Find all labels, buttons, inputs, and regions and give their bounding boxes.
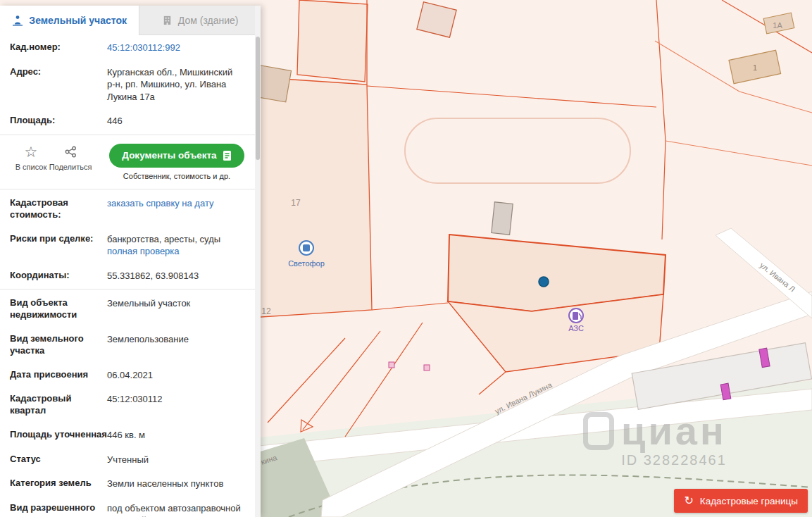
area-row: Площадь: 446 (0, 108, 261, 133)
field-label: Адрес: (10, 66, 107, 104)
gas-station-poi[interactable]: АЗС (568, 309, 584, 332)
cadastral-number-link[interactable]: 45:12:030112:992 (107, 42, 251, 54)
risks-value-block: банкротства, аресты, суды полная проверк… (107, 233, 251, 258)
map-marker-dot[interactable] (539, 277, 549, 287)
field-label: Кадастровый квартал (10, 393, 107, 417)
cadastral-borders-button[interactable]: ↻ Кадастровые границы (674, 489, 808, 513)
cadastral-borders-label: Кадастровые границы (700, 496, 798, 506)
field-label: Вид земельного участка (10, 333, 107, 357)
field-label: Координаты: (10, 270, 107, 282)
share-icon (65, 144, 77, 161)
small-pink-building-1 (389, 362, 394, 368)
gas-label[interactable]: АЗС (568, 324, 584, 332)
cadastral-block-value: 45:12:030112 (107, 393, 251, 417)
object-documents-label: Документы объекта (122, 150, 216, 161)
building-gray (492, 202, 513, 235)
field-label: Категория земель (10, 478, 107, 490)
deal-risks-row: Риски при сделке: банкротства, аресты, с… (0, 227, 261, 263)
area-value: 446 (107, 115, 251, 127)
permitted-use-row: Вид разрешенного использования под объек… (0, 496, 261, 517)
status-value: Учтенный (107, 454, 251, 466)
parcel-topleft[interactable] (297, 0, 368, 82)
cadastral-block-row: Кадастровый квартал 45:12:030112 (0, 387, 261, 423)
field-label: Кад.номер: (10, 42, 107, 54)
refined-area-value: 446 кв. м (107, 429, 251, 442)
cadastral-number-row: Кад.номер: 45:12:030112:992 (0, 35, 261, 60)
assignment-date-value: 06.04.2021 (107, 369, 251, 382)
full-check-link[interactable]: полная проверка (107, 246, 180, 256)
actions-row: ☆ В список Поделиться Документы объекта (0, 137, 261, 187)
refresh-icon: ↻ (684, 495, 693, 506)
refined-area-row: Площадь уточненная 446 кв. м (0, 423, 261, 447)
coordinates-row: Координаты: 55.331862, 63.908143 (0, 263, 261, 288)
store-icon (303, 244, 310, 251)
address-value: Курганская обл., Мишкинский р-н, рп. Миш… (107, 66, 251, 104)
add-to-list-button[interactable]: ☆ В список (11, 144, 51, 171)
coordinates-value: 55.331862, 63.908143 (107, 270, 251, 282)
tab-land-parcel[interactable]: Земельный участок (0, 6, 139, 35)
documents-column: Документы объекта Собственник, стоимость… (100, 144, 254, 180)
tab-house[interactable]: Дом (здание) (139, 6, 261, 35)
divider (0, 189, 261, 189)
parcel-12-label: 12 (261, 306, 271, 316)
land-type-value: Землепользование (107, 333, 251, 357)
field-label: Статус (10, 454, 107, 466)
field-label: Дата присвоения (10, 369, 107, 382)
order-valuation-link[interactable]: заказать справку на дату (107, 197, 251, 221)
divider (0, 135, 261, 135)
land-type-row: Вид земельного участка Землепользование (0, 327, 261, 363)
app-window: 17 12 1 1А ул. Ивана Лукина ул. Ивана Л … (0, 0, 812, 517)
documents-caption: Собственник, стоимость и др. (123, 172, 230, 180)
object-type-value: Земельный участок (107, 297, 251, 321)
panel-scrollbar[interactable] (255, 6, 261, 517)
parcel-17-label: 17 (291, 198, 301, 208)
object-type-row: Вид объекта недвижимости Земельный участ… (0, 291, 261, 327)
document-icon (223, 150, 232, 161)
field-label: Риски при сделке: (10, 233, 107, 258)
tab-land-parcel-label: Земельный участок (29, 15, 127, 26)
share-label: Поделиться (49, 163, 92, 171)
scrollbar-thumb[interactable] (256, 37, 260, 160)
field-label: Площадь: (10, 115, 107, 127)
share-button[interactable]: Поделиться (51, 144, 90, 171)
star-icon: ☆ (25, 144, 38, 161)
building-icon (162, 15, 173, 25)
risks-value: банкротства, аресты, суды (107, 234, 220, 244)
fuel-pump-icon (573, 312, 578, 320)
field-label: Вид разрешенного использования (10, 502, 107, 517)
land-category-row: Категория земель Земли населенных пункто… (0, 471, 261, 496)
small-pink-building-2 (424, 365, 430, 370)
object-documents-button[interactable]: Документы объекта (109, 144, 244, 168)
panel-tabs: Земельный участок Дом (здание) (0, 6, 261, 35)
permitted-use-value: под объектом автозаправочной станцией (107, 502, 251, 517)
building-1-label: 1 (753, 63, 757, 72)
field-label: Вид объекта недвижимости (10, 297, 107, 321)
cadastral-value-row: Кадастровая стоимость: заказать справку … (0, 191, 261, 227)
field-label: Площадь уточненная (10, 429, 107, 442)
status-row: Статус Учтенный (0, 447, 261, 472)
building-1a-label: 1А (773, 21, 782, 30)
field-label: Кадастровая стоимость: (10, 197, 107, 221)
store-label[interactable]: Светофор (288, 259, 325, 268)
assignment-date-row: Дата присвоения 06.04.2021 (0, 363, 261, 387)
info-panel: Земельный участок Дом (здание) Кад.номер… (0, 6, 261, 517)
tab-house-label: Дом (здание) (178, 15, 239, 26)
land-parcel-icon (12, 15, 23, 26)
address-row: Адрес: Курганская обл., Мишкинский р-н, … (0, 60, 261, 109)
add-to-list-label: В список (15, 163, 47, 171)
divider (0, 289, 261, 289)
land-category-value: Земли населенных пунктов (107, 478, 251, 490)
